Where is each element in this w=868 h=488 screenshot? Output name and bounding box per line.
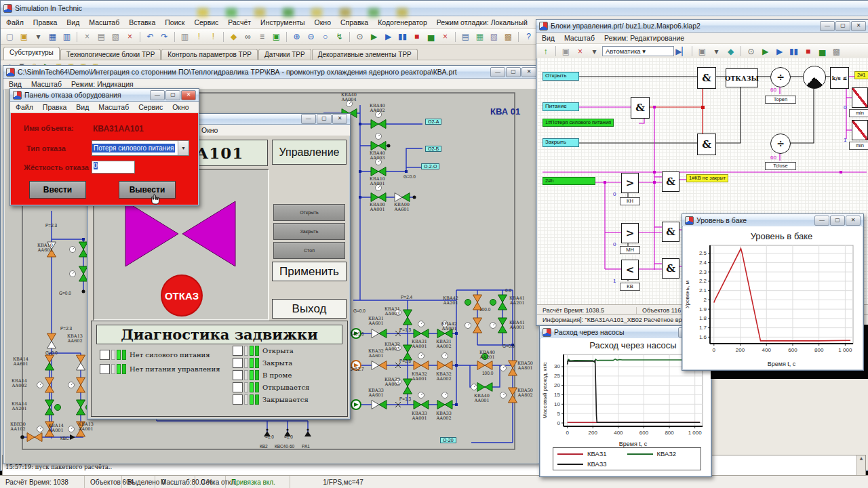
net-icon[interactable]: ▦	[473, 30, 486, 43]
menu-item[interactable]: Правка	[33, 18, 57, 26]
maximize-icon[interactable]: ▢	[506, 67, 521, 77]
open-arrow-icon[interactable]: ▾	[32, 30, 45, 43]
close-icon[interactable]: ✕	[846, 216, 861, 226]
component-icon[interactable]: ▣	[54, 60, 64, 65]
level-titlebar[interactable]: Уровень в баке — ▢ ✕	[682, 214, 863, 227]
palette-tab[interactable]: Декоративные элементы ТРР	[312, 49, 418, 60]
tools-icon[interactable]: ×	[439, 30, 452, 43]
refresh-icon[interactable]: ◆	[724, 45, 737, 58]
select-icon[interactable]: ◤	[17, 60, 27, 65]
palette-tab[interactable]: Субструктуры	[3, 47, 60, 60]
menu-item[interactable]: Масштаб	[98, 103, 129, 111]
menu-item[interactable]: Масштаб	[89, 18, 119, 26]
mode-combo[interactable]: Автоматика ▾	[602, 46, 674, 56]
checkbox[interactable]	[233, 370, 243, 380]
chevron-down-icon[interactable]: ▼	[178, 141, 189, 155]
zoom-in-icon[interactable]: ⊕	[290, 30, 303, 43]
menu-item[interactable]: Масштаб	[31, 80, 62, 88]
menu-item[interactable]: Вид	[76, 103, 89, 111]
list-icon[interactable]: ≡	[256, 30, 269, 43]
exit-button[interactable]: Выход	[272, 299, 347, 319]
menu-item[interactable]: Вставка	[129, 18, 155, 26]
pencil-icon[interactable]: ◆	[227, 30, 240, 43]
close-button[interactable]: Закрыть	[273, 223, 345, 240]
menu-item[interactable]: Вид	[542, 34, 555, 42]
step-icon[interactable]: ▶	[382, 30, 395, 43]
maximize-icon[interactable]: ▢	[165, 90, 180, 100]
delete-icon[interactable]: ×	[123, 30, 136, 43]
save-icon[interactable]: ▦	[46, 30, 59, 43]
maximize-icon[interactable]: ▢	[317, 114, 332, 124]
main-titlebar[interactable]: Simulation In Technic	[1, 1, 868, 16]
open-icon[interactable]: ▣	[18, 30, 31, 43]
start-block-icon[interactable]: ▶	[41, 60, 52, 65]
menu-item[interactable]: Вид	[66, 18, 79, 26]
chart-icon[interactable]: ▅	[816, 45, 829, 58]
menu-item[interactable]: Расчёт	[228, 18, 251, 26]
lamp2-icon[interactable]: !	[207, 30, 220, 43]
copy-substructure-icon[interactable]: ▣	[270, 30, 283, 43]
settings-icon[interactable]: ▩	[830, 45, 843, 58]
menu-item[interactable]: Инструменты	[260, 18, 304, 26]
play-icon[interactable]: ▶	[368, 30, 380, 43]
menu-item[interactable]: Поиск	[165, 18, 184, 26]
close-icon[interactable]: ✕	[851, 21, 866, 31]
apply-button[interactable]: Применить	[272, 262, 347, 281]
doc-icon[interactable]: ▧	[488, 30, 500, 43]
undo-icon[interactable]: ↶	[144, 30, 157, 43]
component-icon[interactable]: ▣	[78, 60, 88, 65]
substructure-icon[interactable]: ▲	[5, 60, 15, 65]
help-block-icon[interactable]: ?	[29, 60, 39, 65]
up-level-icon[interactable]: ↑	[539, 45, 552, 58]
timer-icon[interactable]: ⊙	[745, 45, 757, 58]
component-icon[interactable]: ▣	[90, 60, 100, 65]
checkbox[interactable]	[100, 350, 110, 360]
menu-item[interactable]: Сервис	[138, 103, 163, 111]
save-all-icon[interactable]: ▥	[60, 30, 73, 43]
failure-type-combo[interactable]: Потеря силового питания ▼	[92, 140, 189, 156]
menu-item[interactable]: Масштаб	[564, 34, 595, 42]
palette-tab[interactable]: Технологические блоки ТРР	[60, 49, 161, 60]
menu-item[interactable]: Файл	[16, 103, 33, 111]
pause-icon[interactable]: ▮▮	[787, 45, 800, 58]
menu-item[interactable]: Режим отладки: Локальный	[437, 18, 528, 26]
palette-tab[interactable]: Датчики ТРР	[258, 49, 311, 60]
maximize-icon[interactable]: ▢	[830, 216, 845, 226]
close-icon[interactable]: ✕	[521, 67, 536, 77]
menu-item[interactable]: Режим: Индикация	[71, 80, 134, 88]
stop-button[interactable]: Стоп	[273, 242, 345, 259]
menu-item[interactable]: Сервис	[194, 18, 218, 26]
help-icon[interactable]: ?	[522, 30, 535, 43]
checkbox[interactable]	[233, 346, 243, 356]
window-icon[interactable]: ▣	[696, 45, 709, 58]
minimize-icon[interactable]: —	[814, 216, 829, 226]
tools-arrow-icon[interactable]: ▾	[588, 45, 601, 58]
play-icon[interactable]: ▶	[759, 45, 772, 58]
tools-icon[interactable]: ×	[574, 45, 587, 58]
menu-item[interactable]: Вид	[9, 80, 22, 88]
run-script-icon[interactable]: ↯	[333, 30, 346, 43]
enter-button[interactable]: Ввести	[29, 181, 86, 199]
menu-item[interactable]: Окно	[172, 103, 189, 111]
open-button[interactable]: Открыть	[273, 204, 345, 221]
menu-item[interactable]: Окно	[315, 18, 331, 26]
chart-icon[interactable]: ▅	[425, 30, 437, 43]
kva-titlebar[interactable]: C:\SimInTech64\Demo\Интеграция со сторон…	[3, 66, 539, 79]
stop-icon[interactable]: ■	[802, 45, 814, 58]
menu-item[interactable]: Режим: Редактирование	[604, 34, 684, 42]
timer-icon[interactable]: ⊙	[353, 30, 366, 43]
component-icon[interactable]: ▣	[66, 60, 76, 65]
stop-icon[interactable]: ■	[410, 30, 423, 43]
palette-tab[interactable]: Контроль параметров ТРР	[161, 49, 258, 60]
new-icon[interactable]: ▢	[3, 30, 16, 43]
insert-icon[interactable]: ▶▏	[675, 45, 688, 58]
menu-item[interactable]: Файл	[6, 18, 24, 26]
copy-icon[interactable]: ▤	[95, 30, 108, 43]
special-paste-icon[interactable]: ▥	[178, 30, 191, 43]
db-icon[interactable]: ▩	[502, 30, 515, 43]
pause-icon[interactable]: ▮▮	[396, 30, 409, 43]
menu-item[interactable]: Правка	[43, 103, 66, 111]
menu-item[interactable]: Кодогенератор	[378, 18, 427, 26]
search-binocular-icon[interactable]: ∞	[241, 30, 254, 43]
checkbox[interactable]	[233, 358, 243, 368]
